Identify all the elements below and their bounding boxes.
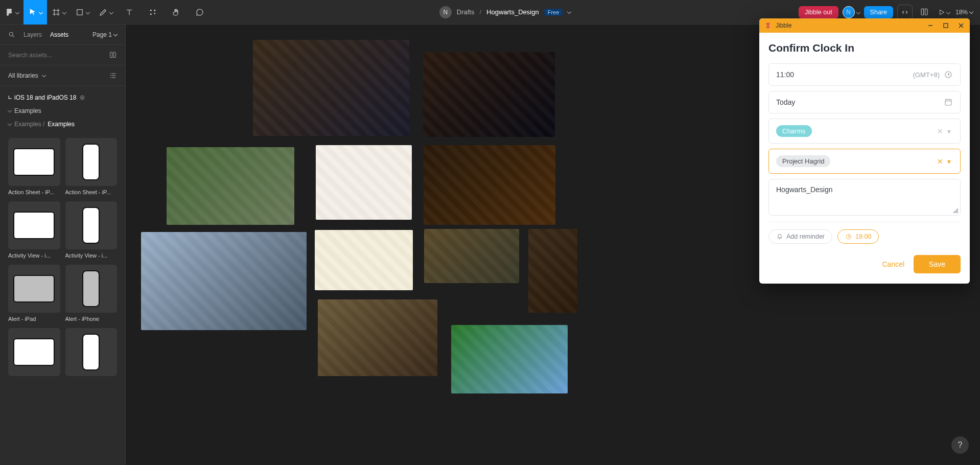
user-avatar: N [843,6,855,18]
text-icon [125,8,134,17]
time-field[interactable]: 11:00 (GMT+8) [768,63,961,86]
text-tool-button[interactable] [118,0,141,25]
comment-tool-button[interactable] [188,0,212,25]
tree-section[interactable]: iOS 18 and iPadOS 18 [8,91,117,104]
project-field[interactable]: Project Hagrid ✕ ▾ [768,149,961,174]
search-icon[interactable] [8,31,15,38]
asset-card[interactable]: Alert - iPad [8,265,60,322]
breadcrumb-root[interactable]: Drafts [457,8,475,16]
group-leaf: Examples [48,121,75,128]
rectangle-icon [75,8,84,17]
asset-label: Alert - iPad [8,316,60,322]
library-selector[interactable]: All libraries [0,65,125,86]
asset-label: Action Sheet - iP... [65,189,118,195]
tab-assets[interactable]: Assets [50,31,68,38]
main-menu-button[interactable] [0,0,24,25]
jibble-titlebar[interactable]: Jibble [759,18,970,33]
left-sidebar: Layers Assets Page 1 All libraries iOS 1… [0,25,126,465]
asset-card[interactable]: Alert - iPhone [65,265,118,322]
canvas-image[interactable] [318,299,437,376]
project-tag: Project Hagrid [776,155,830,167]
jibble-out-button[interactable]: Jibble out [799,6,838,18]
add-reminder-button[interactable]: Add reminder [768,229,832,244]
clear-project-button[interactable]: ✕ [935,157,945,166]
frame-tool-button[interactable] [47,0,71,25]
close-button[interactable] [958,22,965,29]
page-selector[interactable]: Page 1 [92,31,117,38]
resources-button[interactable] [141,0,165,25]
canvas-image[interactable] [424,229,519,283]
clear-activity-button[interactable]: ✕ [935,127,945,135]
hand-icon [172,8,181,17]
asset-grid: Action Sheet - iP... Action Sheet - iP..… [0,136,125,384]
zoom-control[interactable]: 18% [955,9,973,16]
chevron-down-icon[interactable] [568,8,571,16]
note-value: Hogwarts_Design [776,185,833,194]
cancel-button[interactable]: Cancel [882,260,904,268]
asset-card[interactable] [8,328,60,376]
minimize-button[interactable] [927,22,934,29]
asset-search-input[interactable] [8,52,104,59]
pen-tool-button[interactable] [94,0,118,25]
breadcrumb-separator: / [479,8,481,16]
note-field[interactable]: Hogwarts_Design [768,179,961,216]
canvas-image[interactable] [451,325,568,393]
asset-card[interactable]: Activity View - i... [8,201,60,259]
canvas-image[interactable] [424,145,555,225]
date-value: Today [776,98,795,106]
jibble-body: Confirm Clock In 11:00 (GMT+8) Today Cha… [759,33,970,284]
canvas-image[interactable] [315,230,413,290]
asset-card[interactable] [65,328,118,376]
move-tool-button[interactable] [24,0,47,25]
jibble-window: Jibble Confirm Clock In 11:00 (GMT+8) To… [759,18,970,284]
chevron-down-icon [8,107,11,114]
help-button[interactable]: ? [951,436,969,454]
jibble-logo-icon [764,22,772,29]
list-view-icon[interactable] [109,72,117,80]
share-button[interactable]: Share [864,6,893,18]
tree-group-examples[interactable]: Examples [8,104,117,118]
asset-card[interactable]: Activity View - i... [65,201,118,259]
figma-app: N Drafts / Hogwarts_Design Free Jibble o… [0,0,980,465]
asset-card[interactable]: Action Sheet - iP... [65,138,118,195]
book-icon[interactable] [109,51,117,59]
canvas-image[interactable] [316,145,412,220]
asset-card[interactable]: Action Sheet - iP... [8,138,60,195]
maximize-button[interactable] [942,22,949,29]
svg-point-2 [154,9,155,11]
canvas-image[interactable] [167,147,294,225]
canvas-image[interactable] [423,52,555,137]
section-title: iOS 18 and iPadOS 18 [14,94,76,101]
resources-icon [148,8,157,17]
canvas-image[interactable] [253,40,409,136]
activity-dropdown-button[interactable]: ▾ [945,127,953,135]
svg-rect-8 [945,100,951,105]
team-avatar[interactable]: N [439,6,452,18]
chevron-down-icon [42,72,45,79]
date-field[interactable]: Today [768,91,961,113]
svg-rect-6 [944,24,948,28]
dev-mode-button[interactable] [897,5,913,20]
bell-plus-icon [776,233,783,240]
svg-point-3 [150,13,152,15]
canvas-image[interactable] [141,232,307,330]
project-dropdown-button[interactable]: ▾ [945,157,953,166]
shape-tool-button[interactable] [71,0,94,25]
save-button[interactable]: Save [914,255,961,273]
canvas-image[interactable] [528,229,577,313]
window-controls [927,22,965,29]
reminder-time-chip[interactable]: 19:00 [837,229,879,244]
divider [768,222,961,222]
file-name[interactable]: Hogwarts_Design [486,8,539,16]
tab-layers[interactable]: Layers [24,31,42,38]
user-avatar-menu[interactable]: N [843,6,860,18]
present-button[interactable] [936,5,951,20]
tree-group-examples-nested[interactable]: Examples / Examples [8,118,117,131]
hand-tool-button[interactable] [165,0,188,25]
book-icon [920,8,929,17]
library-button[interactable] [917,5,932,20]
activity-field[interactable]: Charms ✕ ▾ [768,119,961,144]
resize-handle-icon[interactable] [953,208,958,213]
asset-label: Alert - iPhone [65,316,118,322]
chevron-down-icon [63,8,66,17]
